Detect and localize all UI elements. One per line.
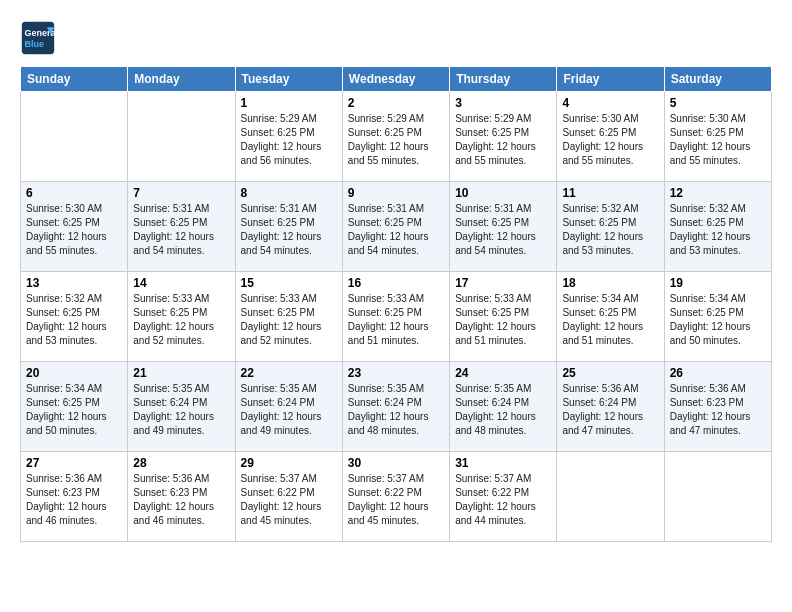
calendar-cell: 22 Sunrise: 5:35 AMSunset: 6:24 PMDaylig… [235, 362, 342, 452]
logo-icon: General Blue [20, 20, 56, 56]
calendar-cell: 31 Sunrise: 5:37 AMSunset: 6:22 PMDaylig… [450, 452, 557, 542]
page-header: General Blue [20, 20, 772, 56]
cell-info: Sunrise: 5:31 AMSunset: 6:25 PMDaylight:… [348, 203, 429, 256]
svg-text:Blue: Blue [25, 39, 45, 49]
calendar-cell: 27 Sunrise: 5:36 AMSunset: 6:23 PMDaylig… [21, 452, 128, 542]
column-header-saturday: Saturday [664, 67, 771, 92]
cell-info: Sunrise: 5:29 AMSunset: 6:25 PMDaylight:… [241, 113, 322, 166]
cell-info: Sunrise: 5:36 AMSunset: 6:24 PMDaylight:… [562, 383, 643, 436]
column-header-sunday: Sunday [21, 67, 128, 92]
day-number: 24 [455, 366, 551, 380]
cell-info: Sunrise: 5:36 AMSunset: 6:23 PMDaylight:… [133, 473, 214, 526]
calendar-cell: 19 Sunrise: 5:34 AMSunset: 6:25 PMDaylig… [664, 272, 771, 362]
day-number: 27 [26, 456, 122, 470]
calendar-cell [128, 92, 235, 182]
calendar-week-row: 1 Sunrise: 5:29 AMSunset: 6:25 PMDayligh… [21, 92, 772, 182]
day-number: 6 [26, 186, 122, 200]
calendar-week-row: 13 Sunrise: 5:32 AMSunset: 6:25 PMDaylig… [21, 272, 772, 362]
calendar-cell: 25 Sunrise: 5:36 AMSunset: 6:24 PMDaylig… [557, 362, 664, 452]
column-header-thursday: Thursday [450, 67, 557, 92]
calendar-cell: 14 Sunrise: 5:33 AMSunset: 6:25 PMDaylig… [128, 272, 235, 362]
cell-info: Sunrise: 5:32 AMSunset: 6:25 PMDaylight:… [562, 203, 643, 256]
calendar-cell: 6 Sunrise: 5:30 AMSunset: 6:25 PMDayligh… [21, 182, 128, 272]
cell-info: Sunrise: 5:34 AMSunset: 6:25 PMDaylight:… [562, 293, 643, 346]
day-number: 29 [241, 456, 337, 470]
cell-info: Sunrise: 5:33 AMSunset: 6:25 PMDaylight:… [455, 293, 536, 346]
cell-info: Sunrise: 5:35 AMSunset: 6:24 PMDaylight:… [241, 383, 322, 436]
cell-info: Sunrise: 5:31 AMSunset: 6:25 PMDaylight:… [455, 203, 536, 256]
cell-info: Sunrise: 5:33 AMSunset: 6:25 PMDaylight:… [133, 293, 214, 346]
calendar-header-row: SundayMondayTuesdayWednesdayThursdayFrid… [21, 67, 772, 92]
column-header-tuesday: Tuesday [235, 67, 342, 92]
cell-info: Sunrise: 5:35 AMSunset: 6:24 PMDaylight:… [455, 383, 536, 436]
day-number: 30 [348, 456, 444, 470]
day-number: 3 [455, 96, 551, 110]
calendar-cell: 29 Sunrise: 5:37 AMSunset: 6:22 PMDaylig… [235, 452, 342, 542]
day-number: 31 [455, 456, 551, 470]
calendar-week-row: 20 Sunrise: 5:34 AMSunset: 6:25 PMDaylig… [21, 362, 772, 452]
day-number: 23 [348, 366, 444, 380]
cell-info: Sunrise: 5:30 AMSunset: 6:25 PMDaylight:… [670, 113, 751, 166]
column-header-wednesday: Wednesday [342, 67, 449, 92]
day-number: 28 [133, 456, 229, 470]
day-number: 5 [670, 96, 766, 110]
day-number: 4 [562, 96, 658, 110]
day-number: 2 [348, 96, 444, 110]
cell-info: Sunrise: 5:33 AMSunset: 6:25 PMDaylight:… [348, 293, 429, 346]
calendar-cell: 30 Sunrise: 5:37 AMSunset: 6:22 PMDaylig… [342, 452, 449, 542]
day-number: 17 [455, 276, 551, 290]
day-number: 19 [670, 276, 766, 290]
cell-info: Sunrise: 5:29 AMSunset: 6:25 PMDaylight:… [455, 113, 536, 166]
day-number: 18 [562, 276, 658, 290]
calendar-cell: 28 Sunrise: 5:36 AMSunset: 6:23 PMDaylig… [128, 452, 235, 542]
cell-info: Sunrise: 5:37 AMSunset: 6:22 PMDaylight:… [241, 473, 322, 526]
calendar-week-row: 6 Sunrise: 5:30 AMSunset: 6:25 PMDayligh… [21, 182, 772, 272]
day-number: 10 [455, 186, 551, 200]
calendar-cell: 16 Sunrise: 5:33 AMSunset: 6:25 PMDaylig… [342, 272, 449, 362]
calendar-cell [557, 452, 664, 542]
cell-info: Sunrise: 5:35 AMSunset: 6:24 PMDaylight:… [348, 383, 429, 436]
calendar-cell: 17 Sunrise: 5:33 AMSunset: 6:25 PMDaylig… [450, 272, 557, 362]
calendar-cell: 2 Sunrise: 5:29 AMSunset: 6:25 PMDayligh… [342, 92, 449, 182]
day-number: 26 [670, 366, 766, 380]
calendar-cell: 11 Sunrise: 5:32 AMSunset: 6:25 PMDaylig… [557, 182, 664, 272]
calendar-cell [21, 92, 128, 182]
day-number: 7 [133, 186, 229, 200]
cell-info: Sunrise: 5:36 AMSunset: 6:23 PMDaylight:… [670, 383, 751, 436]
cell-info: Sunrise: 5:31 AMSunset: 6:25 PMDaylight:… [133, 203, 214, 256]
day-number: 1 [241, 96, 337, 110]
logo: General Blue [20, 20, 62, 56]
calendar-cell: 13 Sunrise: 5:32 AMSunset: 6:25 PMDaylig… [21, 272, 128, 362]
calendar-cell: 1 Sunrise: 5:29 AMSunset: 6:25 PMDayligh… [235, 92, 342, 182]
cell-info: Sunrise: 5:30 AMSunset: 6:25 PMDaylight:… [562, 113, 643, 166]
calendar-cell [664, 452, 771, 542]
cell-info: Sunrise: 5:33 AMSunset: 6:25 PMDaylight:… [241, 293, 322, 346]
calendar-cell: 8 Sunrise: 5:31 AMSunset: 6:25 PMDayligh… [235, 182, 342, 272]
calendar-cell: 20 Sunrise: 5:34 AMSunset: 6:25 PMDaylig… [21, 362, 128, 452]
calendar-cell: 18 Sunrise: 5:34 AMSunset: 6:25 PMDaylig… [557, 272, 664, 362]
calendar-cell: 7 Sunrise: 5:31 AMSunset: 6:25 PMDayligh… [128, 182, 235, 272]
calendar-cell: 15 Sunrise: 5:33 AMSunset: 6:25 PMDaylig… [235, 272, 342, 362]
cell-info: Sunrise: 5:34 AMSunset: 6:25 PMDaylight:… [670, 293, 751, 346]
day-number: 14 [133, 276, 229, 290]
cell-info: Sunrise: 5:29 AMSunset: 6:25 PMDaylight:… [348, 113, 429, 166]
calendar-cell: 26 Sunrise: 5:36 AMSunset: 6:23 PMDaylig… [664, 362, 771, 452]
calendar-cell: 9 Sunrise: 5:31 AMSunset: 6:25 PMDayligh… [342, 182, 449, 272]
calendar-cell: 21 Sunrise: 5:35 AMSunset: 6:24 PMDaylig… [128, 362, 235, 452]
calendar-cell: 5 Sunrise: 5:30 AMSunset: 6:25 PMDayligh… [664, 92, 771, 182]
cell-info: Sunrise: 5:34 AMSunset: 6:25 PMDaylight:… [26, 383, 107, 436]
calendar-cell: 12 Sunrise: 5:32 AMSunset: 6:25 PMDaylig… [664, 182, 771, 272]
cell-info: Sunrise: 5:37 AMSunset: 6:22 PMDaylight:… [455, 473, 536, 526]
day-number: 20 [26, 366, 122, 380]
day-number: 22 [241, 366, 337, 380]
column-header-monday: Monday [128, 67, 235, 92]
day-number: 13 [26, 276, 122, 290]
day-number: 8 [241, 186, 337, 200]
column-header-friday: Friday [557, 67, 664, 92]
calendar-cell: 3 Sunrise: 5:29 AMSunset: 6:25 PMDayligh… [450, 92, 557, 182]
cell-info: Sunrise: 5:37 AMSunset: 6:22 PMDaylight:… [348, 473, 429, 526]
day-number: 12 [670, 186, 766, 200]
calendar-cell: 23 Sunrise: 5:35 AMSunset: 6:24 PMDaylig… [342, 362, 449, 452]
cell-info: Sunrise: 5:36 AMSunset: 6:23 PMDaylight:… [26, 473, 107, 526]
cell-info: Sunrise: 5:30 AMSunset: 6:25 PMDaylight:… [26, 203, 107, 256]
